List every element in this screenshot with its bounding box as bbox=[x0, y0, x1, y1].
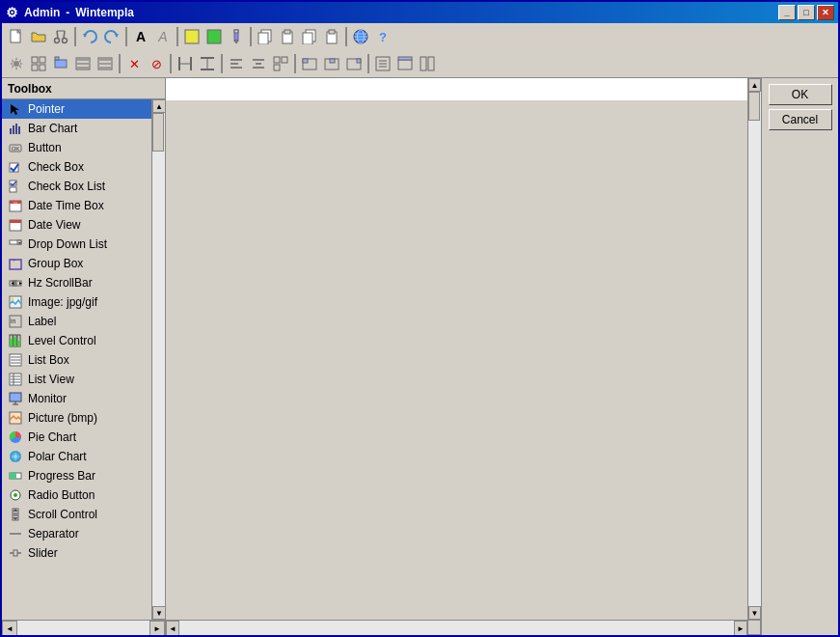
canvas-hscroll-track bbox=[179, 621, 734, 635]
toolbox-item-progress-bar[interactable]: Progress Bar bbox=[2, 466, 151, 485]
toolbox-item-check-box[interactable]: Check Box bbox=[2, 157, 151, 177]
svg-rect-75 bbox=[18, 126, 20, 134]
toolbox-item-pointer[interactable]: Pointer bbox=[2, 99, 151, 119]
canvas-scroll-down[interactable]: ▼ bbox=[748, 606, 761, 620]
toolbox-item-picture-bmp[interactable]: Picture (bmp) bbox=[2, 408, 151, 428]
cut-button[interactable] bbox=[50, 26, 71, 47]
toolbox-item-label-slider: Slider bbox=[28, 546, 58, 560]
svg-rect-73 bbox=[13, 125, 14, 134]
toolbox-item-monitor[interactable]: Monitor bbox=[2, 389, 151, 408]
redo-button[interactable] bbox=[101, 26, 122, 47]
paste-button[interactable] bbox=[277, 26, 298, 47]
close-button[interactable]: ✕ bbox=[817, 5, 834, 20]
toolbar2-separator-3 bbox=[221, 54, 223, 73]
toolbox-item-drop-down-list[interactable]: Drop Down List bbox=[2, 235, 151, 254]
svg-rect-61 bbox=[330, 59, 335, 63]
pencil-button[interactable] bbox=[226, 26, 247, 47]
toolbox-item-scroll-control[interactable]: Scroll Control bbox=[2, 505, 151, 524]
toolbox-item-separator[interactable]: Separator bbox=[2, 524, 151, 543]
grid3-button[interactable] bbox=[72, 53, 94, 74]
help-button[interactable]: ? bbox=[372, 26, 393, 47]
toolbox-item-level-control[interactable]: Level Control bbox=[2, 331, 151, 350]
toolbox-scroll-left[interactable]: ◄ bbox=[2, 621, 17, 635]
align-grid-button[interactable] bbox=[270, 53, 291, 74]
toolbox-item-label[interactable]: inLabel bbox=[2, 312, 151, 331]
toolbox-scroll-up[interactable]: ▲ bbox=[152, 99, 165, 113]
globe-button[interactable] bbox=[350, 26, 371, 47]
text-button[interactable]: A bbox=[130, 26, 151, 47]
toolbox-scroll-thumb[interactable] bbox=[152, 113, 164, 152]
toolbox-item-slider[interactable]: Slider bbox=[2, 543, 151, 563]
svg-point-28 bbox=[14, 61, 19, 67]
toolbox-scroll-down[interactable]: ▼ bbox=[152, 606, 165, 620]
text-style-button[interactable]: A bbox=[152, 26, 174, 47]
toolbar-area: A A bbox=[2, 23, 838, 78]
canvas-scroll-up[interactable]: ▲ bbox=[748, 78, 761, 92]
toolbox-scroll-container: PointerBar ChartOKButtonCheck BoxCheck B… bbox=[2, 99, 165, 620]
color1-button[interactable] bbox=[181, 26, 203, 47]
title-text-wintempla: Wintempla bbox=[75, 6, 134, 19]
new-button[interactable] bbox=[6, 26, 27, 47]
toolbox-item-list-view[interactable]: List View bbox=[2, 370, 151, 389]
toolbox-item-bar-chart[interactable]: Bar Chart bbox=[2, 119, 151, 138]
canvas-scroll-left[interactable]: ◄ bbox=[166, 621, 179, 635]
toolbox-item-hz-scrollbar[interactable]: ◄►Hz ScrollBar bbox=[2, 273, 151, 292]
canvas-main[interactable]: 1. toolb1 Tool Bar bbox=[166, 78, 761, 100]
svg-rect-56 bbox=[282, 57, 287, 63]
svg-line-5 bbox=[57, 31, 58, 39]
svg-rect-72 bbox=[10, 128, 12, 134]
toolbox-item-label-hz-scrollbar: Hz ScrollBar bbox=[28, 276, 93, 290]
toolbox-item-list-box[interactable]: List Box bbox=[2, 350, 151, 370]
grid4-button[interactable] bbox=[95, 53, 116, 74]
toolbox-scroll-right[interactable]: ► bbox=[149, 621, 165, 635]
align-center-button[interactable] bbox=[248, 53, 269, 74]
settings-button[interactable] bbox=[6, 53, 27, 74]
pointer-icon bbox=[8, 101, 23, 117]
toolbox-item-label-list-view: List View bbox=[28, 373, 74, 386]
grid2-button[interactable] bbox=[50, 53, 71, 74]
toolbox-item-image-jpg-gif[interactable]: Image: jpg/gif bbox=[2, 292, 151, 312]
size2-button[interactable] bbox=[197, 53, 218, 74]
toolbox-item-date-time-box[interactable]: 31Date Time Box bbox=[2, 196, 151, 215]
right-panel: OK Cancel bbox=[761, 78, 838, 635]
tab-btn1[interactable] bbox=[299, 53, 320, 74]
tab-btn3[interactable] bbox=[343, 53, 365, 74]
color2-button[interactable] bbox=[203, 26, 225, 47]
toolbox-item-radio-button[interactable]: Radio Button bbox=[2, 485, 151, 505]
canvas-scroll-corner bbox=[747, 620, 761, 635]
toolbox-item-pie-chart[interactable]: Pie Chart bbox=[2, 428, 151, 447]
svg-rect-16 bbox=[258, 33, 268, 44]
toolbox-item-polar-chart[interactable]: Polar Chart bbox=[2, 447, 151, 466]
grid1-button[interactable] bbox=[28, 53, 49, 74]
toolbox-item-button[interactable]: OKButton bbox=[2, 138, 151, 157]
svg-point-127 bbox=[14, 493, 17, 497]
canvas-vscrollbar: ▲ ▼ bbox=[747, 78, 761, 620]
svg-rect-89 bbox=[10, 260, 21, 269]
open-button[interactable] bbox=[28, 26, 49, 47]
tab-btn2[interactable] bbox=[321, 53, 342, 74]
canvas-vscroll-thumb[interactable] bbox=[748, 92, 760, 121]
more2-button[interactable] bbox=[394, 53, 416, 74]
toolbox-item-group-box[interactable]: xyGroup Box bbox=[2, 254, 151, 273]
canvas-scroll-right[interactable]: ► bbox=[734, 621, 747, 635]
more3-button[interactable] bbox=[417, 53, 438, 74]
toolbar-row-1: A A bbox=[2, 23, 838, 50]
cancel-button[interactable]: Cancel bbox=[769, 109, 832, 130]
maximize-button[interactable]: □ bbox=[798, 5, 815, 20]
paste2-button[interactable] bbox=[321, 26, 342, 47]
undo-button[interactable] bbox=[79, 26, 100, 47]
toolbox-item-check-box-list[interactable]: Check Box List bbox=[2, 177, 151, 196]
copy-button[interactable] bbox=[255, 26, 276, 47]
align-left-button[interactable] bbox=[226, 53, 247, 74]
copy2-button[interactable] bbox=[299, 26, 320, 47]
delete-button[interactable]: ✕ bbox=[123, 53, 145, 74]
svg-marker-8 bbox=[83, 34, 87, 38]
toolbox-item-date-view[interactable]: Date View bbox=[2, 215, 151, 235]
progress-bar-icon bbox=[8, 468, 23, 484]
more1-button[interactable] bbox=[372, 53, 393, 74]
minimize-button[interactable]: _ bbox=[778, 5, 796, 20]
svg-rect-57 bbox=[274, 65, 280, 70]
forbidden-button[interactable]: ⊘ bbox=[146, 53, 167, 74]
ok-button[interactable]: OK bbox=[769, 84, 832, 105]
size1-button[interactable] bbox=[175, 53, 196, 74]
